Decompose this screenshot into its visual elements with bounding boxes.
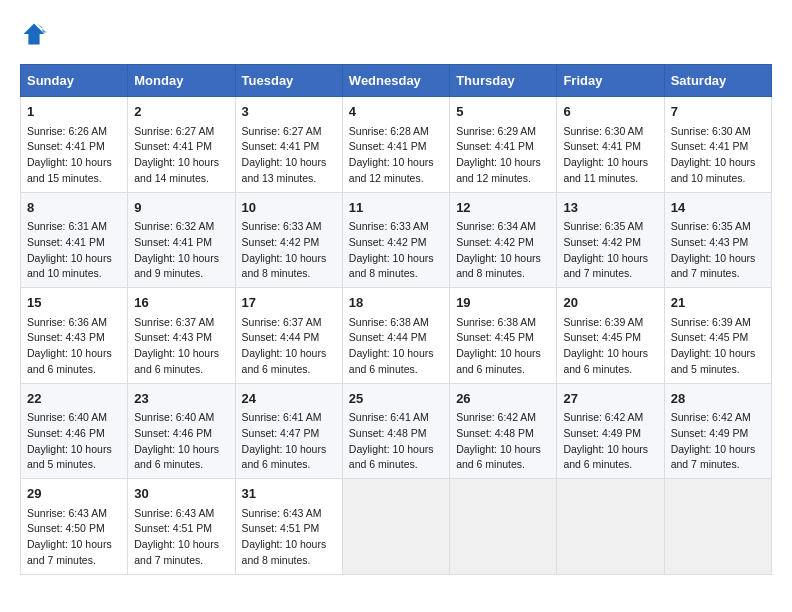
day-number: 19 — [456, 293, 550, 313]
day-number: 24 — [242, 389, 336, 409]
sunrise: Sunrise: 6:35 AM — [563, 220, 643, 232]
calendar-cell: 31Sunrise: 6:43 AMSunset: 4:51 PMDayligh… — [235, 479, 342, 575]
calendar-cell: 11Sunrise: 6:33 AMSunset: 4:42 PMDayligh… — [342, 192, 449, 288]
daylight: Daylight: 10 hours and 8 minutes. — [242, 252, 327, 280]
calendar-cell: 30Sunrise: 6:43 AMSunset: 4:51 PMDayligh… — [128, 479, 235, 575]
calendar-cell: 8Sunrise: 6:31 AMSunset: 4:41 PMDaylight… — [21, 192, 128, 288]
sunset: Sunset: 4:47 PM — [242, 427, 320, 439]
sunset: Sunset: 4:45 PM — [671, 331, 749, 343]
daylight: Daylight: 10 hours and 10 minutes. — [27, 252, 112, 280]
header-row: SundayMondayTuesdayWednesdayThursdayFrid… — [21, 65, 772, 97]
day-number: 23 — [134, 389, 228, 409]
calendar-cell: 21Sunrise: 6:39 AMSunset: 4:45 PMDayligh… — [664, 288, 771, 384]
daylight: Daylight: 10 hours and 10 minutes. — [671, 156, 756, 184]
sunset: Sunset: 4:51 PM — [134, 522, 212, 534]
sunrise: Sunrise: 6:32 AM — [134, 220, 214, 232]
day-header-wednesday: Wednesday — [342, 65, 449, 97]
week-row-1: 1Sunrise: 6:26 AMSunset: 4:41 PMDaylight… — [21, 97, 772, 193]
sunrise: Sunrise: 6:43 AM — [134, 507, 214, 519]
week-row-5: 29Sunrise: 6:43 AMSunset: 4:50 PMDayligh… — [21, 479, 772, 575]
calendar-cell: 13Sunrise: 6:35 AMSunset: 4:42 PMDayligh… — [557, 192, 664, 288]
day-number: 14 — [671, 198, 765, 218]
calendar-cell: 27Sunrise: 6:42 AMSunset: 4:49 PMDayligh… — [557, 383, 664, 479]
sunset: Sunset: 4:49 PM — [563, 427, 641, 439]
sunset: Sunset: 4:41 PM — [563, 140, 641, 152]
sunset: Sunset: 4:46 PM — [27, 427, 105, 439]
calendar-table: SundayMondayTuesdayWednesdayThursdayFrid… — [20, 64, 772, 575]
sunset: Sunset: 4:41 PM — [456, 140, 534, 152]
sunrise: Sunrise: 6:27 AM — [134, 125, 214, 137]
sunrise: Sunrise: 6:38 AM — [456, 316, 536, 328]
daylight: Daylight: 10 hours and 6 minutes. — [27, 347, 112, 375]
day-number: 31 — [242, 484, 336, 504]
calendar-cell: 3Sunrise: 6:27 AMSunset: 4:41 PMDaylight… — [235, 97, 342, 193]
day-number: 21 — [671, 293, 765, 313]
day-header-tuesday: Tuesday — [235, 65, 342, 97]
daylight: Daylight: 10 hours and 8 minutes. — [456, 252, 541, 280]
sunset: Sunset: 4:41 PM — [349, 140, 427, 152]
day-header-monday: Monday — [128, 65, 235, 97]
sunrise: Sunrise: 6:41 AM — [242, 411, 322, 423]
daylight: Daylight: 10 hours and 15 minutes. — [27, 156, 112, 184]
sunrise: Sunrise: 6:40 AM — [27, 411, 107, 423]
daylight: Daylight: 10 hours and 6 minutes. — [563, 347, 648, 375]
daylight: Daylight: 10 hours and 7 minutes. — [134, 538, 219, 566]
daylight: Daylight: 10 hours and 11 minutes. — [563, 156, 648, 184]
sunset: Sunset: 4:48 PM — [349, 427, 427, 439]
calendar-cell: 1Sunrise: 6:26 AMSunset: 4:41 PMDaylight… — [21, 97, 128, 193]
daylight: Daylight: 10 hours and 7 minutes. — [671, 252, 756, 280]
sunset: Sunset: 4:42 PM — [242, 236, 320, 248]
sunrise: Sunrise: 6:35 AM — [671, 220, 751, 232]
day-number: 4 — [349, 102, 443, 122]
day-number: 27 — [563, 389, 657, 409]
day-number: 30 — [134, 484, 228, 504]
sunrise: Sunrise: 6:36 AM — [27, 316, 107, 328]
day-number: 9 — [134, 198, 228, 218]
calendar-cell: 12Sunrise: 6:34 AMSunset: 4:42 PMDayligh… — [450, 192, 557, 288]
calendar-cell: 25Sunrise: 6:41 AMSunset: 4:48 PMDayligh… — [342, 383, 449, 479]
calendar-cell — [450, 479, 557, 575]
calendar-cell — [664, 479, 771, 575]
sunrise: Sunrise: 6:43 AM — [242, 507, 322, 519]
sunset: Sunset: 4:44 PM — [242, 331, 320, 343]
sunset: Sunset: 4:51 PM — [242, 522, 320, 534]
day-number: 15 — [27, 293, 121, 313]
calendar-cell: 2Sunrise: 6:27 AMSunset: 4:41 PMDaylight… — [128, 97, 235, 193]
calendar-cell: 20Sunrise: 6:39 AMSunset: 4:45 PMDayligh… — [557, 288, 664, 384]
daylight: Daylight: 10 hours and 6 minutes. — [134, 347, 219, 375]
day-header-sunday: Sunday — [21, 65, 128, 97]
sunset: Sunset: 4:49 PM — [671, 427, 749, 439]
sunrise: Sunrise: 6:34 AM — [456, 220, 536, 232]
sunset: Sunset: 4:41 PM — [27, 140, 105, 152]
sunset: Sunset: 4:46 PM — [134, 427, 212, 439]
sunset: Sunset: 4:41 PM — [671, 140, 749, 152]
sunset: Sunset: 4:45 PM — [456, 331, 534, 343]
sunset: Sunset: 4:48 PM — [456, 427, 534, 439]
daylight: Daylight: 10 hours and 6 minutes. — [563, 443, 648, 471]
sunset: Sunset: 4:45 PM — [563, 331, 641, 343]
calendar-cell: 15Sunrise: 6:36 AMSunset: 4:43 PMDayligh… — [21, 288, 128, 384]
calendar-cell: 26Sunrise: 6:42 AMSunset: 4:48 PMDayligh… — [450, 383, 557, 479]
daylight: Daylight: 10 hours and 6 minutes. — [456, 443, 541, 471]
daylight: Daylight: 10 hours and 12 minutes. — [456, 156, 541, 184]
day-number: 1 — [27, 102, 121, 122]
sunrise: Sunrise: 6:33 AM — [242, 220, 322, 232]
sunrise: Sunrise: 6:39 AM — [563, 316, 643, 328]
calendar-cell: 6Sunrise: 6:30 AMSunset: 4:41 PMDaylight… — [557, 97, 664, 193]
daylight: Daylight: 10 hours and 13 minutes. — [242, 156, 327, 184]
daylight: Daylight: 10 hours and 6 minutes. — [349, 347, 434, 375]
calendar-body: 1Sunrise: 6:26 AMSunset: 4:41 PMDaylight… — [21, 97, 772, 575]
calendar-cell — [557, 479, 664, 575]
daylight: Daylight: 10 hours and 14 minutes. — [134, 156, 219, 184]
day-number: 22 — [27, 389, 121, 409]
daylight: Daylight: 10 hours and 6 minutes. — [456, 347, 541, 375]
daylight: Daylight: 10 hours and 7 minutes. — [563, 252, 648, 280]
calendar-cell: 24Sunrise: 6:41 AMSunset: 4:47 PMDayligh… — [235, 383, 342, 479]
calendar-cell: 22Sunrise: 6:40 AMSunset: 4:46 PMDayligh… — [21, 383, 128, 479]
daylight: Daylight: 10 hours and 8 minutes. — [349, 252, 434, 280]
sunset: Sunset: 4:43 PM — [27, 331, 105, 343]
day-number: 17 — [242, 293, 336, 313]
calendar-cell: 14Sunrise: 6:35 AMSunset: 4:43 PMDayligh… — [664, 192, 771, 288]
sunrise: Sunrise: 6:27 AM — [242, 125, 322, 137]
week-row-2: 8Sunrise: 6:31 AMSunset: 4:41 PMDaylight… — [21, 192, 772, 288]
